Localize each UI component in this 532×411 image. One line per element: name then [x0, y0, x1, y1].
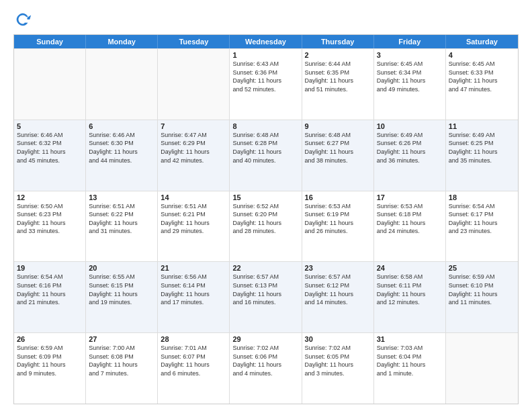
day-number: 3	[377, 51, 443, 59]
calendar-cell: 6Sunrise: 6:46 AM Sunset: 6:30 PM Daylig…	[86, 120, 158, 191]
day-info: Sunrise: 6:53 AM Sunset: 6:18 PM Dayligh…	[377, 202, 443, 236]
day-info: Sunrise: 7:01 AM Sunset: 6:07 PM Dayligh…	[161, 344, 226, 377]
day-info: Sunrise: 6:51 AM Sunset: 6:22 PM Dayligh…	[89, 202, 154, 236]
day-info: Sunrise: 7:03 AM Sunset: 6:04 PM Dayligh…	[377, 344, 443, 377]
weekday-header-friday: Friday	[374, 35, 446, 48]
calendar-cell: 2Sunrise: 6:44 AM Sunset: 6:35 PM Daylig…	[302, 49, 374, 120]
day-number: 13	[89, 193, 154, 201]
calendar-cell: 13Sunrise: 6:51 AM Sunset: 6:22 PM Dayli…	[86, 191, 158, 262]
logo	[13, 10, 35, 29]
day-info: Sunrise: 6:59 AM Sunset: 6:09 PM Dayligh…	[17, 344, 83, 377]
calendar-cell: 15Sunrise: 6:52 AM Sunset: 6:20 PM Dayli…	[230, 191, 302, 262]
day-number: 23	[305, 264, 371, 272]
day-number: 12	[17, 193, 83, 201]
day-number: 27	[89, 335, 154, 343]
weekday-header-thursday: Thursday	[302, 35, 374, 48]
calendar-row-4: 19Sunrise: 6:54 AM Sunset: 6:16 PM Dayli…	[14, 261, 518, 332]
calendar-cell: 7Sunrise: 6:47 AM Sunset: 6:29 PM Daylig…	[158, 120, 230, 191]
day-number: 18	[449, 193, 515, 201]
day-info: Sunrise: 6:44 AM Sunset: 6:35 PM Dayligh…	[305, 60, 371, 93]
calendar-cell: 18Sunrise: 6:54 AM Sunset: 6:17 PM Dayli…	[446, 191, 518, 262]
day-info: Sunrise: 6:58 AM Sunset: 6:11 PM Dayligh…	[377, 273, 443, 306]
calendar-cell: 27Sunrise: 7:00 AM Sunset: 6:08 PM Dayli…	[86, 333, 158, 404]
header	[13, 10, 519, 29]
calendar-cell: 5Sunrise: 6:46 AM Sunset: 6:32 PM Daylig…	[14, 120, 86, 191]
day-info: Sunrise: 6:59 AM Sunset: 6:10 PM Dayligh…	[449, 273, 515, 306]
calendar-cell: 4Sunrise: 6:45 AM Sunset: 6:33 PM Daylig…	[446, 49, 518, 120]
day-number: 19	[17, 264, 83, 272]
day-info: Sunrise: 6:48 AM Sunset: 6:28 PM Dayligh…	[232, 131, 298, 165]
calendar-cell: 25Sunrise: 6:59 AM Sunset: 6:10 PM Dayli…	[446, 262, 518, 332]
day-info: Sunrise: 6:47 AM Sunset: 6:29 PM Dayligh…	[161, 131, 226, 165]
calendar-cell: 23Sunrise: 6:57 AM Sunset: 6:12 PM Dayli…	[302, 262, 374, 332]
day-number: 16	[305, 193, 371, 201]
day-info: Sunrise: 6:52 AM Sunset: 6:20 PM Dayligh…	[232, 202, 298, 236]
day-number: 5	[17, 122, 83, 130]
calendar-cell: 8Sunrise: 6:48 AM Sunset: 6:28 PM Daylig…	[230, 120, 302, 191]
day-info: Sunrise: 6:53 AM Sunset: 6:19 PM Dayligh…	[305, 202, 371, 236]
calendar-cell: 11Sunrise: 6:49 AM Sunset: 6:25 PM Dayli…	[446, 120, 518, 191]
day-info: Sunrise: 6:43 AM Sunset: 6:36 PM Dayligh…	[232, 60, 298, 93]
calendar-cell: 3Sunrise: 6:45 AM Sunset: 6:34 PM Daylig…	[374, 49, 446, 120]
day-info: Sunrise: 6:57 AM Sunset: 6:12 PM Dayligh…	[305, 273, 371, 306]
day-number: 29	[232, 335, 298, 343]
day-number: 6	[89, 122, 154, 130]
calendar-cell: 31Sunrise: 7:03 AM Sunset: 6:04 PM Dayli…	[374, 333, 446, 404]
day-number: 25	[449, 264, 515, 272]
day-number: 11	[449, 122, 515, 130]
day-number: 21	[161, 264, 226, 272]
calendar-cell	[446, 333, 518, 404]
day-info: Sunrise: 6:49 AM Sunset: 6:26 PM Dayligh…	[377, 131, 443, 165]
day-number: 7	[161, 122, 226, 130]
day-info: Sunrise: 6:54 AM Sunset: 6:16 PM Dayligh…	[17, 273, 83, 306]
day-number: 17	[377, 193, 443, 201]
calendar-cell: 16Sunrise: 6:53 AM Sunset: 6:19 PM Dayli…	[302, 191, 374, 262]
day-number: 4	[449, 51, 515, 59]
weekday-header-saturday: Saturday	[446, 35, 518, 48]
weekday-header-monday: Monday	[86, 35, 158, 48]
day-number: 26	[17, 335, 83, 343]
calendar-row-1: 1Sunrise: 6:43 AM Sunset: 6:36 PM Daylig…	[14, 48, 518, 120]
calendar-cell: 21Sunrise: 6:56 AM Sunset: 6:14 PM Dayli…	[158, 262, 230, 332]
day-info: Sunrise: 6:56 AM Sunset: 6:14 PM Dayligh…	[161, 273, 226, 306]
calendar-cell	[86, 49, 158, 120]
day-info: Sunrise: 7:02 AM Sunset: 6:06 PM Dayligh…	[232, 344, 298, 377]
calendar-cell: 26Sunrise: 6:59 AM Sunset: 6:09 PM Dayli…	[14, 333, 86, 404]
day-number: 2	[305, 51, 371, 59]
weekday-header-sunday: Sunday	[14, 35, 86, 48]
day-info: Sunrise: 6:51 AM Sunset: 6:21 PM Dayligh…	[161, 202, 226, 236]
day-number: 8	[232, 122, 298, 130]
day-info: Sunrise: 6:48 AM Sunset: 6:27 PM Dayligh…	[305, 131, 371, 165]
day-number: 30	[305, 335, 371, 343]
calendar-cell: 28Sunrise: 7:01 AM Sunset: 6:07 PM Dayli…	[158, 333, 230, 404]
day-info: Sunrise: 7:02 AM Sunset: 6:05 PM Dayligh…	[305, 344, 371, 377]
day-info: Sunrise: 6:54 AM Sunset: 6:17 PM Dayligh…	[449, 202, 515, 236]
calendar: SundayMondayTuesdayWednesdayThursdayFrid…	[13, 34, 519, 404]
day-number: 20	[89, 264, 154, 272]
calendar-row-5: 26Sunrise: 6:59 AM Sunset: 6:09 PM Dayli…	[14, 332, 518, 404]
day-info: Sunrise: 6:55 AM Sunset: 6:15 PM Dayligh…	[89, 273, 154, 306]
calendar-cell: 1Sunrise: 6:43 AM Sunset: 6:36 PM Daylig…	[230, 49, 302, 120]
day-info: Sunrise: 6:46 AM Sunset: 6:32 PM Dayligh…	[17, 131, 83, 165]
day-number: 24	[377, 264, 443, 272]
day-number: 10	[377, 122, 443, 130]
logo-icon	[13, 10, 32, 29]
day-number: 28	[161, 335, 226, 343]
calendar-cell: 12Sunrise: 6:50 AM Sunset: 6:23 PM Dayli…	[14, 191, 86, 262]
day-info: Sunrise: 6:50 AM Sunset: 6:23 PM Dayligh…	[17, 202, 83, 236]
calendar-cell: 10Sunrise: 6:49 AM Sunset: 6:26 PM Dayli…	[374, 120, 446, 191]
day-info: Sunrise: 6:45 AM Sunset: 6:33 PM Dayligh…	[449, 60, 515, 93]
page: SundayMondayTuesdayWednesdayThursdayFrid…	[0, 0, 532, 411]
calendar-cell: 20Sunrise: 6:55 AM Sunset: 6:15 PM Dayli…	[86, 262, 158, 332]
calendar-row-3: 12Sunrise: 6:50 AM Sunset: 6:23 PM Dayli…	[14, 191, 518, 262]
day-number: 15	[232, 193, 298, 201]
weekday-header-wednesday: Wednesday	[230, 35, 302, 48]
day-info: Sunrise: 6:49 AM Sunset: 6:25 PM Dayligh…	[449, 131, 515, 165]
calendar-cell: 24Sunrise: 6:58 AM Sunset: 6:11 PM Dayli…	[374, 262, 446, 332]
calendar-cell	[158, 49, 230, 120]
calendar-cell: 30Sunrise: 7:02 AM Sunset: 6:05 PM Dayli…	[302, 333, 374, 404]
calendar-header: SundayMondayTuesdayWednesdayThursdayFrid…	[14, 35, 518, 48]
calendar-cell	[14, 49, 86, 120]
day-number: 31	[377, 335, 443, 343]
day-number: 22	[232, 264, 298, 272]
